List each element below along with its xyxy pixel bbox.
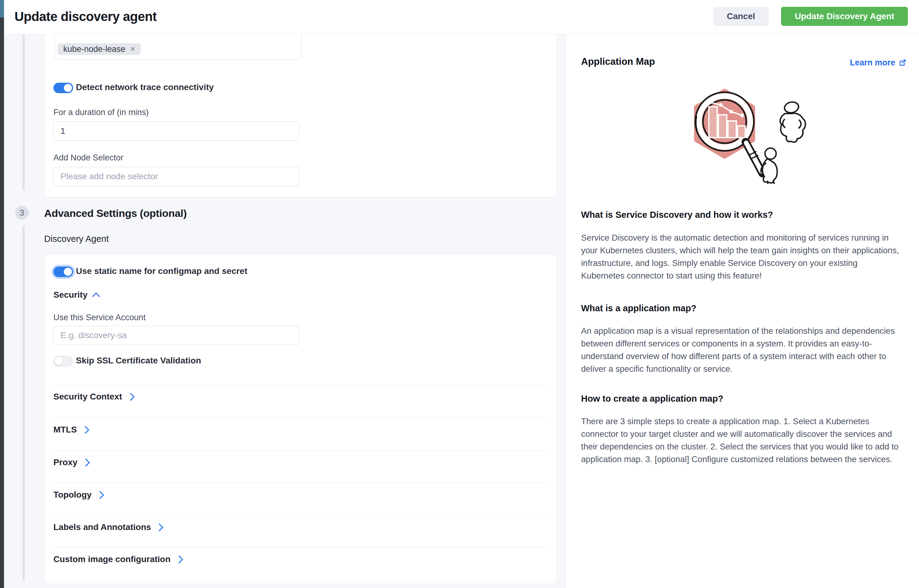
remove-tag-icon[interactable]: × <box>130 45 135 53</box>
chevron-right-icon <box>82 459 90 467</box>
small-figure <box>761 148 777 184</box>
topology-row[interactable]: Topology <box>53 489 103 501</box>
toggle-knob <box>64 84 72 92</box>
background-header-strip <box>0 0 4 18</box>
skip-ssl-toggle[interactable] <box>53 356 73 367</box>
duration-input[interactable] <box>53 121 299 141</box>
static-name-toggle-label: Use static name for configmap and secret <box>76 266 248 276</box>
section-body: There are 3 simple steps to create a app… <box>581 415 902 465</box>
chevron-right-icon <box>126 393 135 401</box>
row-label: Labels and Annotations <box>53 522 151 532</box>
row-label: Custom image configuration <box>53 554 171 564</box>
custom-image-config-row[interactable]: Custom image configuration <box>53 553 182 565</box>
discovery-agent-card: Use static name for configmap and secret… <box>44 255 557 584</box>
toggle-knob <box>55 357 63 365</box>
security-section-label: Security <box>53 290 87 300</box>
namespace-tag-label: kube-node-lease <box>63 44 125 54</box>
service-account-label: Use this Service Account <box>53 313 146 322</box>
learn-more-link[interactable]: Learn more <box>850 58 907 68</box>
update-discovery-agent-button[interactable]: Update Discovery Agent <box>781 7 908 26</box>
advanced-settings-heading: Advanced Settings (optional) <box>44 207 187 219</box>
cancel-button[interactable]: Cancel <box>713 7 769 26</box>
divider <box>53 450 550 451</box>
discovery-agent-label: Discovery Agent <box>44 234 109 244</box>
skip-ssl-toggle-label: Skip SSL Certificate Validation <box>76 356 201 365</box>
form-panel: 3 kube-node-lease × Detect network trace… <box>4 34 566 588</box>
detect-network-trace-label: Detect network trace connectivity <box>76 82 214 92</box>
divider <box>53 417 550 418</box>
row-label: Topology <box>53 490 92 500</box>
network-trace-card: kube-node-lease × Detect network trace c… <box>44 34 557 197</box>
namespace-tag: kube-node-lease × <box>58 43 141 55</box>
external-link-icon <box>898 59 907 67</box>
step-3-badge: 3 <box>15 206 29 220</box>
chevron-right-icon <box>81 426 89 434</box>
chevron-right-icon <box>96 491 104 499</box>
application-map-title: Application Map <box>581 56 655 67</box>
mtls-row[interactable]: MTLS <box>53 423 88 436</box>
section-heading: What is Service Discovery and how it wor… <box>581 210 773 220</box>
detect-network-trace-toggle[interactable] <box>53 83 73 93</box>
step-timeline-segment <box>23 34 25 191</box>
service-account-input[interactable] <box>53 326 299 345</box>
section-body: Service Discovery is the automatic detec… <box>581 231 902 282</box>
namespace-tags-input[interactable]: kube-node-lease × <box>54 34 302 60</box>
section-heading: How to create a application map? <box>581 394 723 404</box>
update-discovery-agent-drawer: Update discovery agent Cancel Update Dis… <box>4 0 919 588</box>
duration-label: For a duration of (in mins) <box>53 108 149 117</box>
chevron-right-icon <box>175 555 183 564</box>
application-map-panel: Application Map Learn more <box>566 34 919 588</box>
divider <box>53 384 550 385</box>
background-app-strip <box>0 0 4 588</box>
chevron-up-icon <box>92 292 100 300</box>
labels-annotations-row[interactable]: Labels and Annotations <box>53 521 162 533</box>
application-map-illustration <box>683 73 812 185</box>
row-label: Security Context <box>53 392 122 402</box>
large-figure <box>780 101 806 142</box>
step-timeline-segment <box>23 225 25 581</box>
security-context-row[interactable]: Security Context <box>53 391 134 403</box>
chevron-right-icon <box>155 523 163 531</box>
drawer-header: Update discovery agent Cancel Update Dis… <box>4 0 919 34</box>
static-name-toggle[interactable] <box>53 267 73 277</box>
row-label: MTLS <box>53 425 77 435</box>
learn-more-label: Learn more <box>850 58 895 68</box>
proxy-row[interactable]: Proxy <box>53 456 89 468</box>
row-label: Proxy <box>53 457 78 467</box>
section-body: An application map is a visual represent… <box>581 325 902 375</box>
node-selector-label: Add Node Selector <box>53 153 123 163</box>
section-heading: What is a application map? <box>581 303 696 313</box>
toggle-knob <box>64 268 72 276</box>
magnifier-handle <box>746 142 762 173</box>
page-title: Update discovery agent <box>15 9 157 24</box>
node-selector-input[interactable] <box>53 167 299 186</box>
security-section-toggle[interactable]: Security <box>53 290 99 300</box>
